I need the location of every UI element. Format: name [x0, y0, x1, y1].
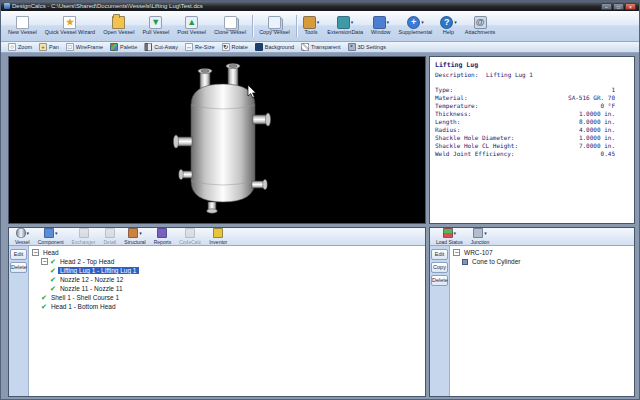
background-label: Background: [265, 44, 294, 50]
clone-vessel-icon: [224, 16, 237, 29]
tree-item-label: Cone to Cylinder: [470, 258, 522, 265]
rotate-label: Rotate: [232, 44, 248, 50]
zoom-icon: ○: [8, 43, 16, 51]
window-button[interactable]: ▾Window: [367, 12, 395, 40]
re-size-button[interactable]: ↔Re-Size: [182, 43, 218, 51]
structural-button[interactable]: ▾Structural: [121, 228, 148, 245]
transparent-label: Transparent: [311, 44, 340, 50]
edit-button[interactable]: Edit: [10, 249, 27, 260]
quick-vessel-wizard-button[interactable]: ★Quick Vessel Wizard: [41, 12, 99, 40]
expand-collapse-icon[interactable]: −: [32, 249, 39, 256]
detail-label: Shackle Hole Diameter:: [435, 134, 514, 142]
window-icon: [373, 16, 386, 29]
tools-button[interactable]: ▾Tools: [299, 12, 324, 40]
pan-label: Pan: [49, 44, 59, 50]
reports-button[interactable]: Reports: [151, 228, 175, 245]
tree-item-shell-1-shell-course-1[interactable]: ✔Shell 1 - Shell Course 1: [29, 293, 425, 302]
minimize-button[interactable]: −: [601, 3, 612, 10]
inventor-label: Inventor: [209, 239, 227, 245]
cut-away-button[interactable]: Cut-Away: [141, 43, 181, 51]
zoom-button[interactable]: ○Zoom: [5, 43, 35, 51]
load-status-button[interactable]: ▾Load Status: [433, 228, 466, 245]
junction-icon: [462, 259, 468, 265]
clone-vessel-button[interactable]: Clone Vessel: [210, 12, 250, 40]
inventor-button[interactable]: Inventor: [206, 228, 230, 245]
supplemental-button[interactable]: +▾Supplemental: [395, 12, 437, 40]
attachments-button[interactable]: @Attachments: [461, 12, 500, 40]
quick-vessel-wizard-icon: ★: [63, 16, 76, 29]
dropdown-arrow-icon: ▾: [317, 20, 320, 25]
new-vessel-button[interactable]: New Vessel: [4, 12, 41, 40]
tree-item-head-1-bottom-head[interactable]: ✔Head 1 - Bottom Head: [29, 302, 425, 311]
load-status-label: Load Status: [436, 239, 463, 245]
pull-vessel-button[interactable]: ▼Pull Vessel: [138, 12, 173, 40]
tree-item-lifting-lug-1-lifting-lug-1[interactable]: ✔Lifting Lug 1 - Lifting Lug 1: [29, 266, 425, 275]
tree-item-head-2-top-head[interactable]: −✔Head 2 - Top Head: [29, 257, 425, 266]
tree-item-label: WRC-107: [462, 249, 495, 256]
tree-item-nozzle-12-nozzle-12[interactable]: ✔Nozzle 12 - Nozzle 12: [29, 275, 425, 284]
detail-row: Thickness:1.0000 in.: [435, 110, 629, 118]
pull-vessel-label: Pull Vessel: [142, 30, 169, 36]
3d-settings-button[interactable]: *3D Settings: [345, 43, 389, 51]
pull-vessel-icon: ▼: [149, 16, 162, 29]
vessel-button[interactable]: ▾Vessel: [12, 228, 33, 245]
3d-viewport[interactable]: [8, 56, 426, 224]
close-button[interactable]: ×: [625, 3, 636, 10]
post-vessel-label: Post Vessel: [177, 30, 206, 36]
detail-label: Thickness:: [435, 110, 471, 118]
detail-row: Shackle Hole Diameter:1.0000 in.: [435, 134, 629, 142]
post-vessel-button[interactable]: ▲Post Vessel: [173, 12, 210, 40]
zoom-label: Zoom: [18, 44, 32, 50]
edit-button[interactable]: Edit: [431, 249, 448, 260]
help-label: Help: [443, 30, 454, 36]
expand-collapse-icon[interactable]: −: [453, 249, 460, 256]
open-vessel-button[interactable]: Open Vessel: [99, 12, 138, 40]
copy-button[interactable]: Copy: [431, 262, 448, 273]
wireframe-button[interactable]: □WireFrame: [63, 43, 106, 51]
maximize-button[interactable]: □: [613, 3, 624, 10]
open-vessel-label: Open Vessel: [103, 30, 134, 36]
exchanger-label: Exchanger: [72, 239, 96, 245]
palette-button[interactable]: Palette: [107, 43, 140, 51]
copy-vessel-button[interactable]: Copy Vessel: [255, 12, 294, 40]
extensiondata-button[interactable]: ▾ExtensionData: [323, 12, 367, 40]
delete-button[interactable]: Delete: [431, 275, 448, 286]
details-rows: Type:1Material:SA-516 GR. 70Temperature:…: [435, 86, 629, 158]
tree-item-head[interactable]: −Head: [29, 248, 425, 257]
detail-value: 1: [611, 86, 629, 94]
load-status-icon: [443, 228, 453, 238]
vessel-3d-model: [9, 57, 425, 223]
app-window: DesignCalcs - C:\Users\Shared\Documents\…: [0, 0, 640, 400]
codecalc-button: CodeCalc: [176, 228, 204, 245]
toolbar-separator: [296, 15, 297, 37]
rotate-icon: ↻: [222, 43, 230, 51]
check-icon: ✔: [50, 258, 56, 265]
workspace: Lifting Lug Description: Lifting Lug 1 T…: [1, 54, 640, 399]
cut-away-label: Cut-Away: [154, 44, 178, 50]
quick-vessel-wizard-label: Quick Vessel Wizard: [45, 30, 95, 36]
app-icon: [4, 3, 10, 9]
re-size-icon: ↔: [185, 43, 193, 51]
title-bar[interactable]: DesignCalcs - C:\Users\Shared\Documents\…: [1, 1, 639, 11]
attachments-icon: @: [474, 16, 487, 29]
detail-icon: [105, 228, 115, 238]
help-button[interactable]: ?▾Help: [436, 12, 461, 40]
tree-item-wrc-107[interactable]: −WRC-107: [450, 248, 634, 257]
rotate-button[interactable]: ↻Rotate: [219, 43, 251, 51]
transparent-button[interactable]: Transparent: [298, 43, 343, 51]
detail-row: Material:SA-516 GR. 70: [435, 94, 629, 102]
pan-button[interactable]: +Pan: [36, 43, 62, 51]
expand-collapse-icon[interactable]: −: [41, 258, 48, 265]
tree-item-nozzle-11-nozzle-11[interactable]: ✔Nozzle 11 - Nozzle 11: [29, 284, 425, 293]
codecalc-label: CodeCalc: [179, 239, 201, 245]
background-button[interactable]: Background: [252, 43, 297, 51]
tree-item-label: Shell 1 - Shell Course 1: [49, 294, 121, 301]
component-button[interactable]: ▾Component: [35, 228, 67, 245]
tree-item-label: Nozzle 12 - Nozzle 12: [58, 276, 126, 283]
tree-item-cone-to-cylinder[interactable]: Cone to Cylinder: [450, 257, 634, 266]
structural-label: Structural: [124, 239, 145, 245]
detail-label: Material:: [435, 94, 468, 102]
delete-button[interactable]: Delete: [10, 262, 27, 273]
junction-button[interactable]: ▾Junction: [468, 228, 493, 245]
vessel-label: Vessel: [15, 239, 30, 245]
